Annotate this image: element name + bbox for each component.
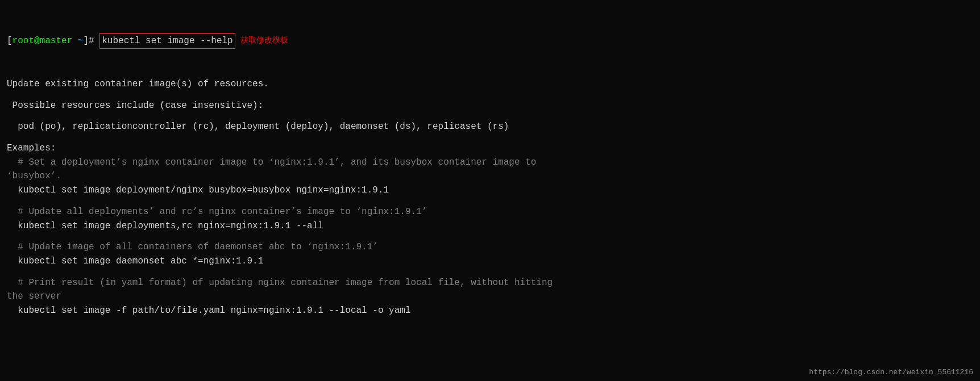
- terminal-line: ‘busybox’.: [7, 169, 973, 183]
- open-bracket: [: [7, 34, 13, 48]
- working-dir: ~: [72, 34, 83, 48]
- command-box: kubectl set image --help: [99, 33, 235, 49]
- terminal-line: [7, 269, 973, 276]
- watermark: 获取修改模板: [240, 35, 288, 47]
- terminal-line: # Print result (in yaml format) of updat…: [7, 276, 973, 290]
- terminal-line: kubectl set image deployments,rc nginx=n…: [7, 219, 973, 233]
- terminal-output: Update existing container image(s) of re…: [7, 77, 973, 318]
- terminal-line: [7, 198, 973, 205]
- terminal: [root@master ~]# kubectl set image --hel…: [7, 5, 973, 332]
- terminal-line: kubectl set image deployment/nginx busyb…: [7, 183, 973, 198]
- terminal-line: [7, 112, 973, 120]
- terminal-line: [7, 134, 973, 141]
- username: root: [13, 34, 34, 48]
- terminal-line: [7, 233, 973, 240]
- prompt-line: [root@master ~]# kubectl set image --hel…: [7, 33, 973, 49]
- terminal-line: the server: [7, 290, 973, 304]
- blog-link: https://blog.csdn.net/weixin_55611216: [809, 368, 973, 376]
- terminal-line: Examples:: [7, 141, 973, 156]
- terminal-line: # Update image of all containers of daem…: [7, 240, 973, 254]
- terminal-line: Possible resources include (case insensi…: [7, 99, 973, 113]
- terminal-line: pod (po), replicationcontroller (rc), de…: [7, 120, 973, 134]
- terminal-line: # Set a deployment’s nginx container ima…: [7, 156, 973, 170]
- terminal-line: Update existing container image(s) of re…: [7, 77, 973, 91]
- hostname: master: [40, 34, 73, 48]
- at-sign: @: [34, 34, 40, 48]
- terminal-line: kubectl set image -f path/to/file.yaml n…: [7, 304, 973, 318]
- terminal-line: kubectl set image daemonset abc *=nginx:…: [7, 254, 973, 269]
- prompt-hash: ]#: [83, 34, 94, 48]
- terminal-line: # Update all deployments’ and rc’s nginx…: [7, 205, 973, 219]
- terminal-line: [7, 91, 973, 99]
